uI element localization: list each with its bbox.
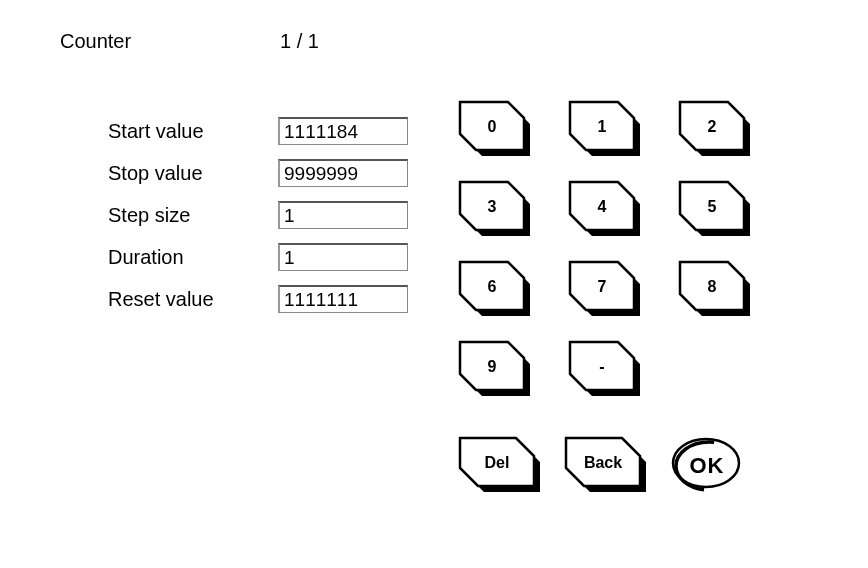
reset-value-label: Reset value <box>108 288 278 311</box>
back-button[interactable]: Back <box>566 438 646 494</box>
key-6-label: 6 <box>488 278 497 296</box>
header: Counter 1 / 1 <box>60 30 319 53</box>
action-row: Del Back OK <box>460 438 750 494</box>
field-reset-value: Reset value <box>108 278 408 320</box>
fields-panel: Start value Stop value Step size Duratio… <box>108 110 408 320</box>
key-3[interactable]: 3 <box>460 182 530 238</box>
key-3-label: 3 <box>488 198 497 216</box>
key-2[interactable]: 2 <box>680 102 750 158</box>
keypad-row-4: 9 - <box>460 342 750 398</box>
duration-input[interactable] <box>278 243 408 271</box>
key-7-label: 7 <box>598 278 607 296</box>
start-value-label: Start value <box>108 120 278 143</box>
key-1[interactable]: 1 <box>570 102 640 158</box>
key-5-label: 5 <box>708 198 717 216</box>
back-label: Back <box>584 454 622 472</box>
stop-value-input[interactable] <box>278 159 408 187</box>
key-7[interactable]: 7 <box>570 262 640 318</box>
page-title: Counter <box>60 30 280 53</box>
reset-value-input[interactable] <box>278 285 408 313</box>
step-size-label: Step size <box>108 204 278 227</box>
key-8[interactable]: 8 <box>680 262 750 318</box>
field-step-size: Step size <box>108 194 408 236</box>
field-stop-value: Stop value <box>108 152 408 194</box>
key-0[interactable]: 0 <box>460 102 530 158</box>
ok-button[interactable]: OK <box>672 438 742 494</box>
keypad-row-2: 3 4 5 <box>460 182 750 238</box>
stop-value-label: Stop value <box>108 162 278 185</box>
key-4-label: 4 <box>598 198 607 216</box>
field-start-value: Start value <box>108 110 408 152</box>
key-9[interactable]: 9 <box>460 342 530 398</box>
page-indicator: 1 / 1 <box>280 30 319 53</box>
key-0-label: 0 <box>488 118 497 136</box>
start-value-input[interactable] <box>278 117 408 145</box>
key-2-label: 2 <box>708 118 717 136</box>
key-minus-label: - <box>599 358 604 376</box>
key-1-label: 1 <box>598 118 607 136</box>
key-6[interactable]: 6 <box>460 262 530 318</box>
key-4[interactable]: 4 <box>570 182 640 238</box>
key-9-label: 9 <box>488 358 497 376</box>
key-minus[interactable]: - <box>570 342 640 398</box>
ok-label: OK <box>690 453 725 479</box>
del-label: Del <box>485 454 510 472</box>
duration-label: Duration <box>108 246 278 269</box>
keypad: 0 1 2 3 4 5 6 7 <box>460 102 750 494</box>
key-5[interactable]: 5 <box>680 182 750 238</box>
step-size-input[interactable] <box>278 201 408 229</box>
keypad-row-3: 6 7 8 <box>460 262 750 318</box>
field-duration: Duration <box>108 236 408 278</box>
key-8-label: 8 <box>708 278 717 296</box>
keypad-row-1: 0 1 2 <box>460 102 750 158</box>
del-button[interactable]: Del <box>460 438 540 494</box>
